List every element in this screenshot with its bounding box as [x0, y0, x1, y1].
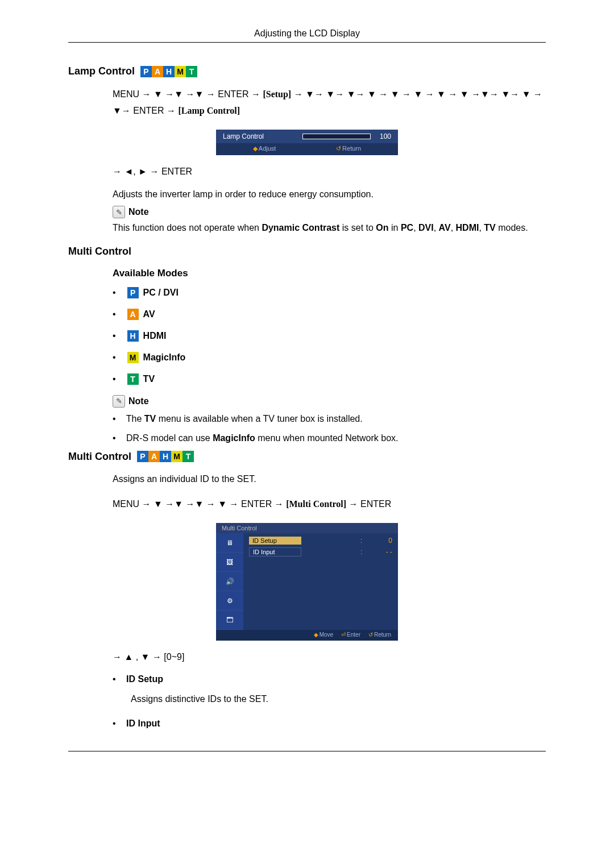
mode-m-icon: M	[127, 352, 139, 363]
note-tv-menu: The TV menu is available when a TV tuner…	[113, 412, 546, 426]
sidebar-input-icon[interactable]: 🖥	[216, 533, 243, 553]
note-drs: DR-S model can use MagicInfo menu when m…	[113, 431, 546, 445]
note-mid: is set to	[342, 223, 376, 232]
lamp-note-head: ✎ Note	[113, 206, 546, 218]
mc-idsetup-desc: Assigns distinctive IDs to the SET.	[131, 692, 546, 707]
return-icon: ↺	[336, 145, 341, 152]
lamp-osd-footer: ◆Adjust ↺Return	[216, 143, 398, 155]
lamp-slider[interactable]	[302, 134, 371, 139]
mode-pcdvi: P PC / DVI	[113, 287, 546, 298]
lamp-slider-value: 100	[375, 132, 391, 140]
lamp-osd-row: Lamp Control 100	[216, 130, 398, 143]
note-on: On	[376, 223, 388, 232]
mc-osd-title: Multi Control	[216, 523, 398, 533]
lamp-desc: Adjusts the inverter lamp in order to re…	[113, 187, 546, 202]
mode-a-label: AV	[143, 309, 155, 319]
modes-note-label: Note	[128, 396, 149, 406]
mc-idsetup-item: ID Setup	[113, 672, 546, 686]
mc-menu-path: MENU → ▼ →▼ →▼ → ▼ → ENTER → [Multi Cont…	[113, 496, 546, 513]
mode-badges: P A H M T	[140, 66, 197, 77]
mode-a-icon: A	[127, 309, 139, 320]
note-tv: TV	[484, 223, 495, 232]
nt-tv-s: menu is available when a TV tuner box is…	[159, 414, 363, 423]
available-modes-list: P PC / DVI A AV H HDMI M MagicInfo T TV	[113, 287, 546, 385]
mc-osd-footer: ◆Move ⏎Enter ↺Return	[216, 630, 398, 641]
note-av: AV	[439, 223, 451, 232]
note-label: Note	[128, 207, 149, 217]
lamp-nav-lr: → ◄, ► → ENTER	[113, 167, 546, 177]
mc-osd-main: ID Setup :0 ID Input :- -	[243, 533, 398, 630]
badge-h-icon: H	[163, 66, 175, 77]
nt-tv-b: TV	[144, 414, 156, 423]
heading-lamp-control-text: Lamp Control	[68, 65, 135, 77]
mc-move: Move	[320, 632, 333, 638]
mc-item-list-2: ID Input	[113, 717, 546, 730]
mc-row-idinput[interactable]: ID Input :- -	[249, 547, 392, 556]
mc-path-mc: [Multi Control]	[286, 499, 346, 509]
mc-idinput-item: ID Input	[113, 717, 546, 730]
mc-idinput-value: :- -	[360, 548, 392, 556]
mc-idsetup-label: ID Setup	[249, 537, 301, 545]
mc-osd-sidebar: 🖥 🖼 🔊 ⚙ 🗔	[216, 533, 243, 630]
mc-enter: Enter	[347, 632, 360, 638]
heading-multi-control-2: Multi Control P A H M T	[68, 451, 546, 463]
mode-h-icon: H	[127, 330, 139, 342]
lamp-path-setup: [Setup]	[263, 89, 291, 99]
note-icon: ✎	[113, 395, 125, 408]
badge-p-icon: P	[140, 66, 152, 77]
mc-idinput-num: - -	[386, 548, 392, 556]
note-pc: PC	[401, 223, 413, 232]
nt-dr-s: menu when mounted Network box.	[258, 433, 398, 443]
mode-tv: T TV	[113, 373, 546, 385]
lamp-control-osd: Lamp Control 100 ◆Adjust ↺Return	[216, 130, 398, 155]
adjust-icon: ◆	[253, 145, 258, 152]
sidebar-setup-icon[interactable]: ⚙	[216, 591, 243, 610]
multi-control-osd: Multi Control 🖥 🖼 🔊 ⚙ 🗔 ID Setup :0 ID I…	[216, 523, 398, 641]
mc-idsetup-value: :0	[360, 537, 392, 545]
mode-p-label: PC / DVI	[143, 288, 179, 298]
heading-mc2-text: Multi Control	[68, 451, 131, 463]
badge-m-icon: M	[175, 66, 186, 77]
mode-av: A AV	[113, 309, 546, 320]
badge-m-icon: M	[171, 451, 182, 462]
nt-dr-p: DR-S model can use	[126, 433, 213, 443]
enter-icon: ⏎	[341, 632, 346, 638]
footer-rule	[68, 751, 546, 751]
mc-row-idsetup[interactable]: ID Setup :0	[249, 537, 392, 545]
lamp-return-label: Return	[342, 145, 361, 152]
badge-t-icon: T	[186, 66, 197, 77]
modes-note-head: ✎ Note	[113, 395, 546, 408]
mc-idsetup-num: 0	[388, 537, 392, 545]
mode-t-label: TV	[143, 374, 155, 384]
mode-badges-2: P A H M T	[137, 451, 194, 462]
badge-h-icon: H	[160, 451, 171, 462]
badge-p-icon: P	[137, 451, 148, 462]
return-icon: ↺	[368, 632, 373, 638]
note-p1: This function does not operate when	[113, 223, 262, 232]
mode-magicinfo: M MagicInfo	[113, 352, 546, 363]
lamp-adjust-label: Adjust	[259, 145, 276, 152]
mc-path-2: → ENTER	[349, 499, 392, 509]
heading-lamp-control: Lamp Control P A H M T	[68, 65, 546, 77]
mc-idinput-label: ID Input	[249, 547, 301, 556]
note-hdmi: HDMI	[456, 223, 479, 232]
nt-tv-p: The	[126, 414, 144, 423]
mode-h-label: HDMI	[143, 331, 167, 341]
mc-nav-ud: → ▲ , ▼ → [0~9]	[113, 652, 546, 662]
badge-a-icon: A	[152, 66, 163, 77]
lamp-note-body: This function does not operate when Dyna…	[113, 221, 546, 235]
mode-p-icon: P	[127, 287, 139, 298]
move-icon: ◆	[314, 632, 318, 638]
note-suffix: modes.	[498, 223, 528, 232]
lamp-osd-label: Lamp Control	[223, 132, 302, 140]
modes-note-list: The TV menu is available when a TV tuner…	[113, 412, 546, 445]
note-dc: Dynamic Contrast	[262, 223, 339, 232]
note-icon: ✎	[113, 206, 125, 218]
page-header: Adjusting the LCD Display	[68, 28, 546, 43]
mc-return: Return	[374, 632, 391, 638]
sidebar-picture-icon[interactable]: 🖼	[216, 553, 243, 572]
lamp-menu-path: MENU → ▼ →▼ →▼ → ENTER → [Setup] → ▼→ ▼→…	[113, 86, 546, 119]
sidebar-multi-icon[interactable]: 🗔	[216, 610, 243, 630]
sidebar-sound-icon[interactable]: 🔊	[216, 572, 243, 591]
mc-item-list: ID Setup	[113, 672, 546, 686]
